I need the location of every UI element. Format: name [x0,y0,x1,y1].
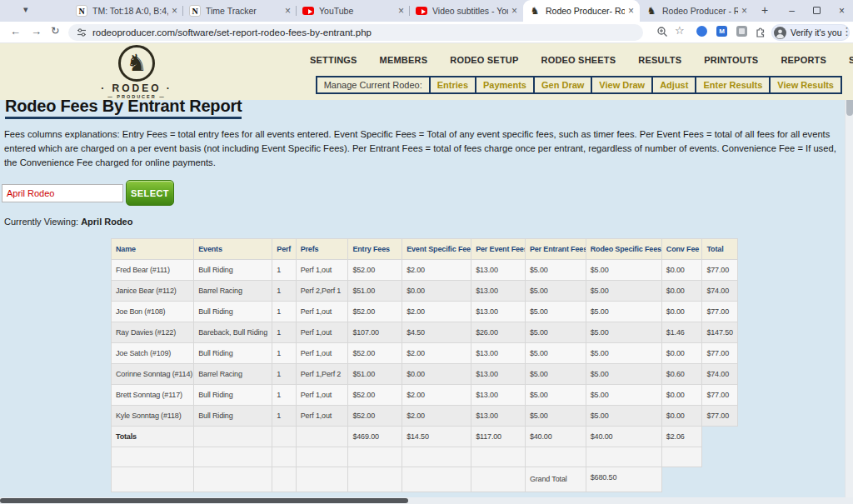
verify-profile-button[interactable]: Verify it's you [771,24,850,41]
forward-button[interactable]: → [31,25,42,38]
tab-search-chevron-icon[interactable]: ▾ [23,4,28,15]
adjust-button[interactable]: Adjust [651,77,695,92]
tab-time-tracker[interactable]: N Time Tracker × [183,0,297,22]
spacer-cell [296,447,348,467]
currently-viewing: Currently Viewing: April Rodeo [4,217,853,227]
tab-close-icon[interactable]: × [285,5,291,17]
rodeo-select[interactable]: April Rodeo [2,184,123,202]
profile-avatar-icon [774,27,786,39]
nav-members[interactable]: MEMBERS [380,55,428,65]
table-row: Brett Sonntag (#117)Bull Riding1Perf 1,o… [112,385,738,406]
table-cell: Barrel Racing [194,281,272,302]
minimize-button[interactable]: – [789,6,795,16]
nav-start-menu[interactable]: START MENU [849,55,853,65]
extension-blue-circle-icon[interactable] [696,26,707,37]
table-cell: $5.00 [586,260,661,281]
view-draw-button[interactable]: View Draw [591,77,651,92]
nav-results[interactable]: RESULTS [638,55,681,65]
grand-total-cell [194,467,272,492]
tab-close-icon[interactable]: × [511,5,517,17]
youtube-icon [416,7,427,15]
tab-youtube[interactable]: YouTube × [297,0,410,22]
back-button[interactable]: ← [10,25,21,38]
extension-gray-icon[interactable] [736,26,747,37]
notion-icon: N [189,5,201,17]
table-cell: $51.00 [348,364,402,385]
close-window-button[interactable]: × [839,6,845,16]
table-cell: $74.00 [702,281,738,302]
nav-rodeo-sheets[interactable]: RODEO SHEETS [541,55,616,65]
tab-close-icon[interactable]: × [172,5,177,17]
horse-logo-icon: ♞ [118,45,155,82]
site-settings-icon[interactable] [77,27,87,37]
table-cell: $2.00 [402,406,471,427]
spacer-cell [112,447,194,467]
nav-rodeo-setup[interactable]: RODEO SETUP [450,55,518,65]
column-header: Perf [272,239,296,260]
zoom-icon[interactable] [656,26,668,37]
new-tab-button[interactable]: + [761,3,768,17]
gen-draw-button[interactable]: Gen Draw [533,77,591,92]
table-cell: $13.00 [471,260,526,281]
table-cell: $52.00 [348,343,402,364]
totals-cell: $40.00 [525,427,586,447]
select-button[interactable]: SELECT [126,180,174,206]
address-bar[interactable]: rodeoproducer.com/software/set-report-ro… [68,24,643,41]
table-cell: Perf 1,out [296,302,348,322]
tab-tm-tracker[interactable]: N TM: Tot:18 A:0, B:4, C:13, D:0, E × [70,0,183,22]
table-cell: $0.00 [402,281,471,302]
payments-button[interactable]: Payments [475,77,533,92]
tab-video-subtitles[interactable]: Video subtitles - YouTube Stud × [410,0,523,22]
totals-cell [272,427,296,447]
youtube-icon [302,7,314,15]
column-header: Total [702,239,738,260]
table-cell: $0.00 [661,281,702,302]
view-results-button[interactable]: View Results [769,77,841,92]
tab-title: Video subtitles - YouTube Stud [432,6,508,16]
table-cell: 1 [272,385,296,406]
nav-printouts[interactable]: PRINTOUTS [704,55,758,65]
extension-m-icon[interactable]: M [716,26,727,37]
rodeo-horse-icon: ♞ [646,5,657,17]
table-header-row: NameEventsPerfPrefsEntry FeesEvent Speci… [112,239,738,260]
tab-rodeo-reports[interactable]: ♞ Rodeo Producer - Reports - Ro × [640,0,753,22]
table-cell: $13.00 [471,385,526,406]
horizontal-scrollbar-thumb[interactable] [0,498,408,503]
rodeo-producer-logo[interactable]: ♞ RODEO PRODUCER [87,45,187,99]
fees-by-entrant-table: NameEventsPerfPrefsEntry FeesEvent Speci… [111,238,738,492]
tab-title: TM: Tot:18 A:0, B:4, C:13, D:0, E [92,6,168,16]
maximize-button[interactable] [813,6,821,16]
spacer-cell [661,447,702,467]
table-cell: Bull Riding [194,406,272,427]
enter-results-button[interactable]: Enter Results [695,77,769,92]
tab-close-icon[interactable]: × [741,5,747,17]
nav-settings[interactable]: SETTINGS [310,55,357,65]
table-cell: Janice Bear (#112) [112,281,194,302]
table-cell: $52.00 [348,260,402,281]
table-cell: Kyle Sonntag (#118) [112,406,194,427]
tab-rodeo-fees-active[interactable]: ♞ Rodeo Producer- Rodeo Fees b × [523,0,640,22]
table-cell: Brett Sonntag (#117) [112,385,194,406]
table-cell: $5.00 [586,281,661,302]
tab-close-icon[interactable]: × [628,5,634,17]
table-cell: 1 [272,322,296,343]
extensions-puzzle-icon[interactable] [755,26,766,37]
site-header: ♞ RODEO PRODUCER SETTINGS MEMBERS RODEO … [0,43,853,100]
column-header: Entry Fees [348,239,402,260]
tab-title: Time Tracker [206,6,282,16]
browser-menu-dots-icon[interactable]: ⋮ [841,25,852,37]
table-cell: Perf 1,out [296,322,348,343]
entries-button[interactable]: Entries [429,77,475,92]
nav-reports[interactable]: REPORTS [781,55,826,65]
table-row: Corinne Sonntag (#114)Barrel Racing1Perf… [112,364,738,385]
bookmark-star-icon[interactable]: ☆ [675,24,685,37]
table-cell: $77.00 [702,385,738,406]
table-cell: 1 [272,260,296,281]
reload-button[interactable]: ↻ [51,25,59,37]
table-cell: Bareback, Bull Riding [194,322,272,343]
column-header: Rodeo Specific Fees [586,239,661,260]
tab-close-icon[interactable]: × [398,5,404,17]
table-cell: $5.00 [525,343,586,364]
currently-viewing-label: Currently Viewing: [4,217,78,227]
notion-icon: N [76,5,87,17]
